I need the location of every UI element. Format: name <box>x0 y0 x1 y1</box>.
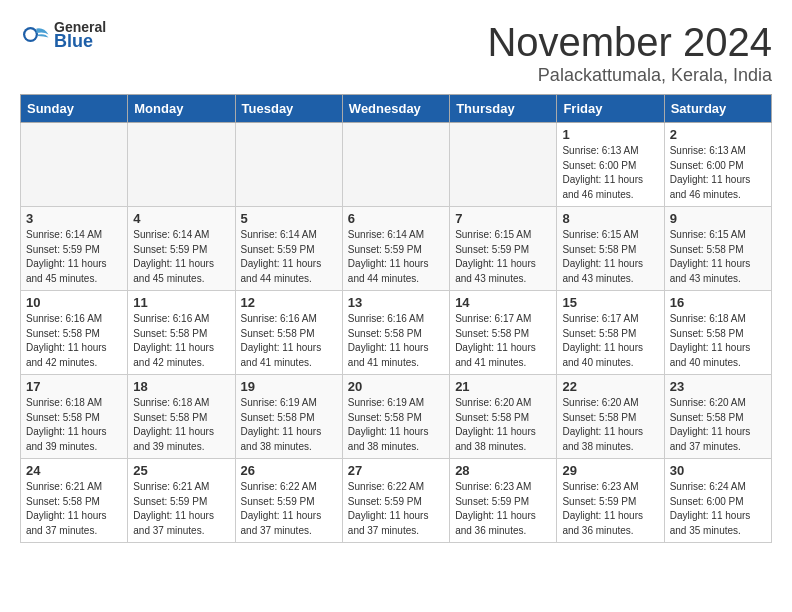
day-number: 19 <box>241 379 337 394</box>
day-info: Sunrise: 6:16 AM Sunset: 5:58 PM Dayligh… <box>241 312 337 370</box>
day-info: Sunrise: 6:15 AM Sunset: 5:59 PM Dayligh… <box>455 228 551 286</box>
calendar-week-row: 10Sunrise: 6:16 AM Sunset: 5:58 PM Dayli… <box>21 291 772 375</box>
day-number: 11 <box>133 295 229 310</box>
day-info: Sunrise: 6:18 AM Sunset: 5:58 PM Dayligh… <box>26 396 122 454</box>
weekday-header-wednesday: Wednesday <box>342 95 449 123</box>
day-info: Sunrise: 6:14 AM Sunset: 5:59 PM Dayligh… <box>348 228 444 286</box>
logo-blue: Blue <box>54 32 106 52</box>
calendar-cell: 3Sunrise: 6:14 AM Sunset: 5:59 PM Daylig… <box>21 207 128 291</box>
day-info: Sunrise: 6:14 AM Sunset: 5:59 PM Dayligh… <box>241 228 337 286</box>
calendar-cell: 15Sunrise: 6:17 AM Sunset: 5:58 PM Dayli… <box>557 291 664 375</box>
day-number: 12 <box>241 295 337 310</box>
calendar-week-row: 1Sunrise: 6:13 AM Sunset: 6:00 PM Daylig… <box>21 123 772 207</box>
calendar-cell: 20Sunrise: 6:19 AM Sunset: 5:58 PM Dayli… <box>342 375 449 459</box>
calendar-cell: 2Sunrise: 6:13 AM Sunset: 6:00 PM Daylig… <box>664 123 771 207</box>
day-number: 28 <box>455 463 551 478</box>
day-info: Sunrise: 6:15 AM Sunset: 5:58 PM Dayligh… <box>670 228 766 286</box>
day-info: Sunrise: 6:19 AM Sunset: 5:58 PM Dayligh… <box>241 396 337 454</box>
day-number: 27 <box>348 463 444 478</box>
day-number: 26 <box>241 463 337 478</box>
day-info: Sunrise: 6:18 AM Sunset: 5:58 PM Dayligh… <box>133 396 229 454</box>
day-info: Sunrise: 6:20 AM Sunset: 5:58 PM Dayligh… <box>562 396 658 454</box>
day-info: Sunrise: 6:13 AM Sunset: 6:00 PM Dayligh… <box>562 144 658 202</box>
day-number: 9 <box>670 211 766 226</box>
day-number: 22 <box>562 379 658 394</box>
calendar-cell <box>235 123 342 207</box>
day-number: 7 <box>455 211 551 226</box>
header: General Blue November 2024 Palackattumal… <box>20 20 772 86</box>
day-number: 30 <box>670 463 766 478</box>
svg-point-1 <box>25 29 36 40</box>
calendar-cell: 23Sunrise: 6:20 AM Sunset: 5:58 PM Dayli… <box>664 375 771 459</box>
day-number: 8 <box>562 211 658 226</box>
calendar-week-row: 17Sunrise: 6:18 AM Sunset: 5:58 PM Dayli… <box>21 375 772 459</box>
calendar-cell: 13Sunrise: 6:16 AM Sunset: 5:58 PM Dayli… <box>342 291 449 375</box>
calendar-table: SundayMondayTuesdayWednesdayThursdayFrid… <box>20 94 772 543</box>
calendar-cell: 26Sunrise: 6:22 AM Sunset: 5:59 PM Dayli… <box>235 459 342 543</box>
day-number: 6 <box>348 211 444 226</box>
weekday-header-thursday: Thursday <box>450 95 557 123</box>
day-number: 24 <box>26 463 122 478</box>
calendar-cell: 19Sunrise: 6:19 AM Sunset: 5:58 PM Dayli… <box>235 375 342 459</box>
calendar-cell: 18Sunrise: 6:18 AM Sunset: 5:58 PM Dayli… <box>128 375 235 459</box>
day-info: Sunrise: 6:22 AM Sunset: 5:59 PM Dayligh… <box>348 480 444 538</box>
day-info: Sunrise: 6:16 AM Sunset: 5:58 PM Dayligh… <box>348 312 444 370</box>
calendar-cell: 12Sunrise: 6:16 AM Sunset: 5:58 PM Dayli… <box>235 291 342 375</box>
day-info: Sunrise: 6:23 AM Sunset: 5:59 PM Dayligh… <box>562 480 658 538</box>
day-number: 2 <box>670 127 766 142</box>
weekday-header-friday: Friday <box>557 95 664 123</box>
day-info: Sunrise: 6:19 AM Sunset: 5:58 PM Dayligh… <box>348 396 444 454</box>
day-number: 21 <box>455 379 551 394</box>
day-info: Sunrise: 6:17 AM Sunset: 5:58 PM Dayligh… <box>455 312 551 370</box>
calendar-cell: 5Sunrise: 6:14 AM Sunset: 5:59 PM Daylig… <box>235 207 342 291</box>
weekday-header-tuesday: Tuesday <box>235 95 342 123</box>
main-container: General Blue November 2024 Palackattumal… <box>0 0 792 553</box>
day-number: 13 <box>348 295 444 310</box>
day-info: Sunrise: 6:22 AM Sunset: 5:59 PM Dayligh… <box>241 480 337 538</box>
day-number: 29 <box>562 463 658 478</box>
day-info: Sunrise: 6:18 AM Sunset: 5:58 PM Dayligh… <box>670 312 766 370</box>
calendar-cell: 8Sunrise: 6:15 AM Sunset: 5:58 PM Daylig… <box>557 207 664 291</box>
day-info: Sunrise: 6:21 AM Sunset: 5:59 PM Dayligh… <box>133 480 229 538</box>
day-number: 18 <box>133 379 229 394</box>
day-number: 5 <box>241 211 337 226</box>
title-block: November 2024 Palackattumala, Kerala, In… <box>487 20 772 86</box>
day-info: Sunrise: 6:13 AM Sunset: 6:00 PM Dayligh… <box>670 144 766 202</box>
day-number: 25 <box>133 463 229 478</box>
month-title: November 2024 <box>487 20 772 65</box>
calendar-cell <box>342 123 449 207</box>
day-info: Sunrise: 6:14 AM Sunset: 5:59 PM Dayligh… <box>133 228 229 286</box>
day-number: 15 <box>562 295 658 310</box>
calendar-cell: 21Sunrise: 6:20 AM Sunset: 5:58 PM Dayli… <box>450 375 557 459</box>
day-number: 16 <box>670 295 766 310</box>
day-info: Sunrise: 6:24 AM Sunset: 6:00 PM Dayligh… <box>670 480 766 538</box>
logo-icon <box>20 21 50 51</box>
location: Palackattumala, Kerala, India <box>487 65 772 86</box>
logo: General Blue <box>20 20 106 52</box>
calendar-week-row: 3Sunrise: 6:14 AM Sunset: 5:59 PM Daylig… <box>21 207 772 291</box>
calendar-cell: 1Sunrise: 6:13 AM Sunset: 6:00 PM Daylig… <box>557 123 664 207</box>
day-number: 10 <box>26 295 122 310</box>
day-info: Sunrise: 6:15 AM Sunset: 5:58 PM Dayligh… <box>562 228 658 286</box>
day-info: Sunrise: 6:14 AM Sunset: 5:59 PM Dayligh… <box>26 228 122 286</box>
day-info: Sunrise: 6:23 AM Sunset: 5:59 PM Dayligh… <box>455 480 551 538</box>
calendar-cell: 30Sunrise: 6:24 AM Sunset: 6:00 PM Dayli… <box>664 459 771 543</box>
calendar-cell <box>450 123 557 207</box>
day-number: 17 <box>26 379 122 394</box>
day-number: 14 <box>455 295 551 310</box>
weekday-header-saturday: Saturday <box>664 95 771 123</box>
calendar-header-row: SundayMondayTuesdayWednesdayThursdayFrid… <box>21 95 772 123</box>
calendar-cell: 7Sunrise: 6:15 AM Sunset: 5:59 PM Daylig… <box>450 207 557 291</box>
day-number: 3 <box>26 211 122 226</box>
day-info: Sunrise: 6:17 AM Sunset: 5:58 PM Dayligh… <box>562 312 658 370</box>
day-info: Sunrise: 6:16 AM Sunset: 5:58 PM Dayligh… <box>133 312 229 370</box>
calendar-cell: 27Sunrise: 6:22 AM Sunset: 5:59 PM Dayli… <box>342 459 449 543</box>
calendar-cell: 10Sunrise: 6:16 AM Sunset: 5:58 PM Dayli… <box>21 291 128 375</box>
calendar-cell: 28Sunrise: 6:23 AM Sunset: 5:59 PM Dayli… <box>450 459 557 543</box>
calendar-cell: 4Sunrise: 6:14 AM Sunset: 5:59 PM Daylig… <box>128 207 235 291</box>
calendar-cell: 14Sunrise: 6:17 AM Sunset: 5:58 PM Dayli… <box>450 291 557 375</box>
day-info: Sunrise: 6:20 AM Sunset: 5:58 PM Dayligh… <box>670 396 766 454</box>
day-info: Sunrise: 6:21 AM Sunset: 5:58 PM Dayligh… <box>26 480 122 538</box>
weekday-header-sunday: Sunday <box>21 95 128 123</box>
day-info: Sunrise: 6:16 AM Sunset: 5:58 PM Dayligh… <box>26 312 122 370</box>
